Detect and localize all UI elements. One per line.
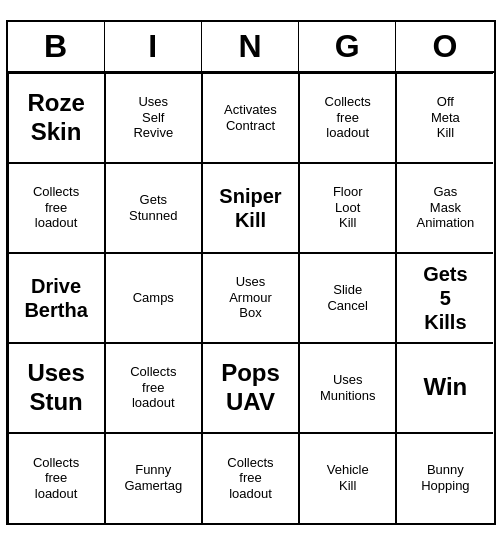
cell-text: FloorLootKill: [333, 184, 363, 231]
bingo-cell: BunnyHopping: [396, 433, 493, 523]
cell-text: UsesStun: [27, 359, 84, 417]
bingo-cell: ActivatesContract: [202, 73, 299, 163]
cell-text: RozeSkin: [27, 89, 84, 147]
bingo-cell: UsesArmourBox: [202, 253, 299, 343]
cell-text: GasMaskAnimation: [416, 184, 474, 231]
cell-text: Win: [424, 373, 468, 402]
cell-text: Collectsfreeloadout: [325, 94, 371, 141]
cell-text: Collectsfreeloadout: [130, 364, 176, 411]
bingo-cell: DriveBertha: [8, 253, 105, 343]
bingo-header-cell: N: [202, 22, 299, 71]
bingo-cell: OffMetaKill: [396, 73, 493, 163]
cell-text: UsesArmourBox: [229, 274, 272, 321]
bingo-cell: GasMaskAnimation: [396, 163, 493, 253]
cell-text: UsesMunitions: [320, 372, 376, 403]
bingo-cell: UsesStun: [8, 343, 105, 433]
cell-text: DriveBertha: [24, 274, 87, 322]
bingo-cell: Collectsfreeloadout: [202, 433, 299, 523]
bingo-cell: Collectsfreeloadout: [8, 163, 105, 253]
cell-text: OffMetaKill: [431, 94, 460, 141]
bingo-cell: Collectsfreeloadout: [105, 343, 202, 433]
cell-text: UsesSelfRevive: [133, 94, 173, 141]
cell-text: Collectsfreeloadout: [227, 455, 273, 502]
bingo-cell: UsesMunitions: [299, 343, 396, 433]
bingo-cell: RozeSkin: [8, 73, 105, 163]
bingo-cell: Collectsfreeloadout: [8, 433, 105, 523]
bingo-header-cell: I: [105, 22, 202, 71]
bingo-header-cell: O: [396, 22, 493, 71]
bingo-cell: Camps: [105, 253, 202, 343]
cell-text: Collectsfreeloadout: [33, 455, 79, 502]
bingo-header: BINGO: [8, 22, 494, 73]
cell-text: Gets5Kills: [423, 262, 467, 334]
cell-text: GetsStunned: [129, 192, 177, 223]
cell-text: VehicleKill: [327, 462, 369, 493]
bingo-cell: Win: [396, 343, 493, 433]
bingo-cell: UsesSelfRevive: [105, 73, 202, 163]
cell-text: Collectsfreeloadout: [33, 184, 79, 231]
cell-text: PopsUAV: [221, 359, 280, 417]
bingo-cell: GetsStunned: [105, 163, 202, 253]
cell-text: SniperKill: [219, 184, 281, 232]
bingo-cell: SlideCancel: [299, 253, 396, 343]
bingo-cell: FloorLootKill: [299, 163, 396, 253]
bingo-cell: FunnyGamertag: [105, 433, 202, 523]
bingo-grid: RozeSkinUsesSelfReviveActivatesContractC…: [8, 73, 494, 523]
bingo-cell: PopsUAV: [202, 343, 299, 433]
cell-text: Camps: [133, 290, 174, 306]
cell-text: BunnyHopping: [421, 462, 469, 493]
bingo-header-cell: B: [8, 22, 105, 71]
cell-text: FunnyGamertag: [124, 462, 182, 493]
bingo-cell: Collectsfreeloadout: [299, 73, 396, 163]
bingo-card: BINGO RozeSkinUsesSelfReviveActivatesCon…: [6, 20, 496, 525]
cell-text: SlideCancel: [327, 282, 367, 313]
bingo-cell: SniperKill: [202, 163, 299, 253]
bingo-cell: Gets5Kills: [396, 253, 493, 343]
cell-text: ActivatesContract: [224, 102, 277, 133]
bingo-cell: VehicleKill: [299, 433, 396, 523]
bingo-header-cell: G: [299, 22, 396, 71]
